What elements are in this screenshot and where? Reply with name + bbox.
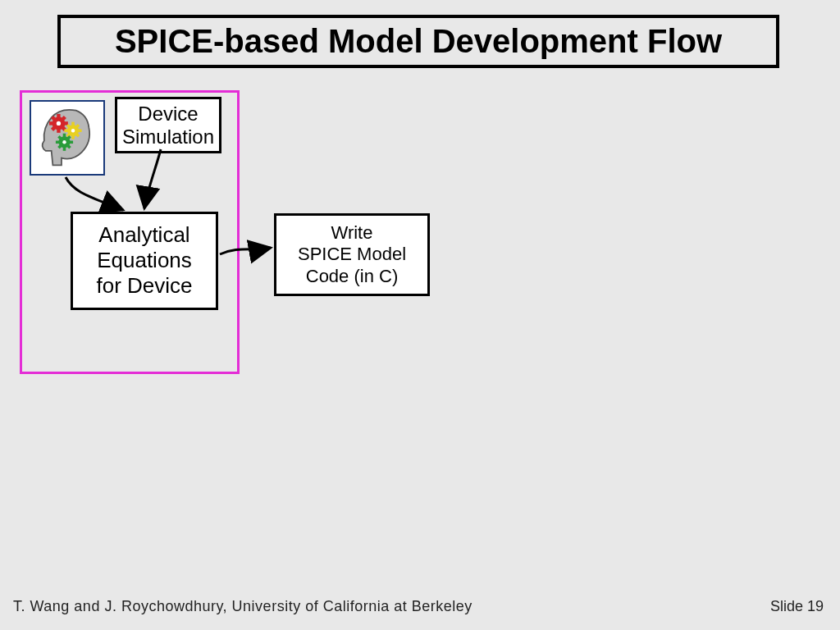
spice-code-label: Write SPICE Model Code (in C) [298,222,406,286]
title-box: SPICE-based Model Development Flow [57,15,779,68]
spice-code-box: Write SPICE Model Code (in C) [274,213,430,296]
brain-gears-icon [31,102,103,174]
svg-point-11 [71,129,75,132]
brain-gears-image [30,100,105,176]
slide-title: SPICE-based Model Development Flow [115,23,722,59]
device-simulation-box: Device Simulation [115,97,221,153]
analytical-equations-label: Analytical Equations for Device [96,222,192,298]
device-simulation-label: Device Simulation [122,103,214,148]
footer-authors: T. Wang and J. Roychowdhury, University … [13,598,472,615]
footer-slide-number: Slide 19 [770,598,824,615]
svg-point-5 [57,121,61,126]
svg-point-17 [62,140,66,144]
analytical-equations-box: Analytical Equations for Device [71,212,218,310]
